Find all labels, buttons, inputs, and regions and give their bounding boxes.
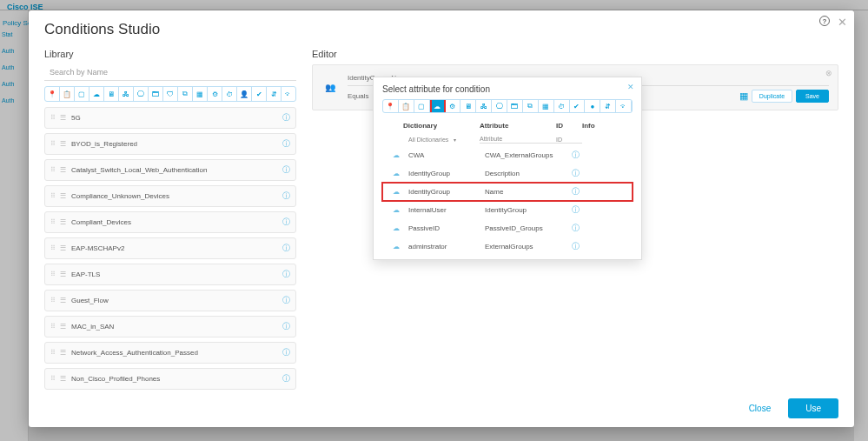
modal-header: Conditions Studio ? ✕: [29, 10, 854, 43]
filter-icon[interactable]: 🖵: [492, 100, 507, 112]
close-icon[interactable]: ✕: [838, 16, 847, 29]
filter-icon[interactable]: ▢: [414, 100, 430, 112]
info-icon[interactable]: ⓘ: [282, 243, 290, 254]
info-icon[interactable]: ⓘ: [282, 321, 290, 332]
attribute-row[interactable]: ☁CWACWA_ExternalGroupsⓘ: [382, 146, 633, 164]
filter-icon[interactable]: ⏱: [554, 100, 570, 112]
filter-icon[interactable]: ⧉: [523, 100, 539, 112]
filter-icon[interactable]: ᯤ: [282, 87, 295, 101]
filter-icon[interactable]: 🛡: [163, 87, 178, 101]
library-item[interactable]: ⠿☰Catalyst_Switch_Local_Web_Authenticati…: [44, 159, 296, 181]
drag-grip-icon[interactable]: ⠿: [50, 114, 55, 122]
drag-grip-icon[interactable]: ⠿: [50, 166, 55, 174]
drag-grip-icon[interactable]: ⠿: [50, 349, 55, 357]
filter-icon[interactable]: ▦: [193, 87, 208, 101]
filter-icon[interactable]: 📋: [399, 100, 414, 112]
library-item[interactable]: ⠿☰Compliant_Devicesⓘ: [44, 211, 296, 233]
filter-icon[interactable]: ●: [585, 100, 600, 112]
attribute-row[interactable]: ☁IdentityGroupDescriptionⓘ: [382, 164, 633, 183]
drag-grip-icon[interactable]: ⠿: [50, 323, 55, 331]
duplicate-button[interactable]: Duplicate: [752, 90, 792, 103]
library-icon-filter: 📍📋▢☁🖥🖧🖵🗔🛡⧉▦⚙⏱👤✔⇵ᯤ: [44, 86, 296, 102]
filter-icon[interactable]: ⏱: [222, 87, 237, 101]
operator-dropdown[interactable]: Equals: [348, 92, 368, 100]
library-list[interactable]: ⠿☰5Gⓘ⠿☰BYOD_is_Registeredⓘ⠿☰Catalyst_Swi…: [44, 107, 296, 390]
library-item[interactable]: ⠿☰BYOD_is_Registeredⓘ: [44, 133, 296, 155]
info-icon[interactable]: ⓘ: [282, 373, 290, 384]
drag-grip-icon[interactable]: ⠿: [50, 271, 55, 278]
drag-grip-icon[interactable]: ⠿: [50, 192, 55, 200]
info-icon[interactable]: ⓘ: [282, 295, 290, 306]
doc-icon: ☰: [60, 349, 66, 357]
info-icon[interactable]: ⓘ: [572, 186, 580, 197]
drag-grip-icon[interactable]: ⠿: [50, 218, 55, 226]
filter-icon[interactable]: 👤: [237, 87, 252, 101]
library-item[interactable]: ⠿☰Compliance_Unknown_Devicesⓘ: [44, 185, 296, 207]
filter-icon[interactable]: 📍: [45, 87, 60, 101]
help-icon[interactable]: ?: [819, 16, 830, 26]
popup-close-icon[interactable]: ✕: [627, 83, 634, 91]
filter-icon[interactable]: 📍: [383, 100, 399, 112]
search-input[interactable]: Search by Name: [44, 64, 296, 81]
filter-icon[interactable]: ⇵: [267, 87, 282, 101]
chevron-down-icon[interactable]: ▾: [454, 137, 456, 143]
info-icon[interactable]: ⓘ: [572, 150, 580, 161]
filter-icon[interactable]: ⚙: [446, 100, 461, 112]
library-item[interactable]: ⠿☰Non_Cisco_Profiled_Phonesⓘ: [44, 368, 296, 390]
filter-icon[interactable]: 🗔: [507, 100, 523, 112]
info-icon[interactable]: ⓘ: [572, 168, 580, 179]
filter-icon[interactable]: ⇵: [600, 100, 616, 112]
modal-footer: Close Use: [29, 390, 854, 427]
attribute-row[interactable]: ☁adminstratorExternalGroupsⓘ: [382, 237, 633, 256]
info-icon[interactable]: ⓘ: [282, 164, 290, 176]
info-icon[interactable]: ⓘ: [572, 241, 580, 252]
filter-icon[interactable]: 🖥: [104, 87, 119, 101]
editor-close-icon[interactable]: ⊗: [825, 69, 832, 77]
drag-grip-icon[interactable]: ⠿: [50, 244, 55, 252]
grid-view-icon[interactable]: ▦: [739, 90, 748, 102]
close-button[interactable]: Close: [740, 399, 780, 418]
library-panel: Library Search by Name 📍📋▢☁🖥🖧🖵🗔🛡⧉▦⚙⏱👤✔⇵ᯤ…: [44, 49, 296, 390]
use-button[interactable]: Use: [788, 398, 838, 418]
attribute-row[interactable]: ☁IdentityGroupNameⓘ: [382, 183, 633, 201]
row-icon: ☁: [393, 188, 408, 196]
info-icon[interactable]: ⓘ: [282, 112, 290, 124]
library-item[interactable]: ⠿☰EAP-TLSⓘ: [44, 264, 296, 285]
info-icon[interactable]: ⓘ: [282, 190, 290, 202]
info-icon[interactable]: ⓘ: [282, 269, 290, 280]
info-icon[interactable]: ⓘ: [572, 204, 580, 216]
filter-icon[interactable]: 🖧: [119, 87, 134, 101]
filter-icon[interactable]: 🖥: [461, 100, 476, 112]
popup-filter-row[interactable]: All Dictionaries▾ Attribute ID: [382, 133, 633, 146]
library-item[interactable]: ⠿☰MAC_in_SANⓘ: [44, 316, 296, 337]
popup-rows: ☁CWACWA_ExternalGroupsⓘ☁IdentityGroupDes…: [382, 146, 633, 256]
save-button[interactable]: Save: [796, 90, 829, 103]
filter-icon[interactable]: 🗔: [149, 87, 163, 101]
filter-icon[interactable]: ▢: [75, 87, 89, 101]
info-icon[interactable]: ⓘ: [282, 347, 290, 358]
filter-icon[interactable]: 🖵: [134, 87, 149, 101]
library-item[interactable]: ⠿☰Network_Access_Authentication_Passedⓘ: [44, 342, 296, 364]
drag-grip-icon[interactable]: ⠿: [50, 375, 55, 383]
info-icon[interactable]: ⓘ: [282, 138, 290, 150]
filter-icon[interactable]: ⚙: [208, 87, 222, 101]
filter-icon[interactable]: ▦: [539, 100, 554, 112]
info-icon[interactable]: ⓘ: [282, 217, 290, 228]
filter-icon[interactable]: ☁: [89, 87, 104, 101]
row-icon: ☁: [393, 224, 408, 232]
drag-grip-icon[interactable]: ⠿: [50, 297, 55, 304]
filter-icon[interactable]: ✔: [570, 100, 586, 112]
filter-icon[interactable]: ⧉: [178, 87, 193, 101]
filter-icon[interactable]: 🖧: [476, 100, 492, 112]
attribute-row[interactable]: ☁PassiveIDPassiveID_Groupsⓘ: [382, 219, 633, 237]
library-item[interactable]: ⠿☰Guest_Flowⓘ: [44, 290, 296, 311]
filter-icon[interactable]: ᯤ: [616, 100, 632, 112]
filter-icon[interactable]: ✔: [252, 87, 267, 101]
attribute-row[interactable]: ☁InternalUserIdentityGroupⓘ: [382, 201, 633, 219]
library-item[interactable]: ⠿☰5Gⓘ: [44, 107, 296, 129]
info-icon[interactable]: ⓘ: [572, 223, 580, 234]
filter-icon[interactable]: ☁: [430, 100, 446, 112]
filter-icon[interactable]: 📋: [60, 87, 75, 101]
library-item[interactable]: ⠿☰EAP-MSCHAPv2ⓘ: [44, 237, 296, 259]
drag-grip-icon[interactable]: ⠿: [50, 140, 55, 148]
